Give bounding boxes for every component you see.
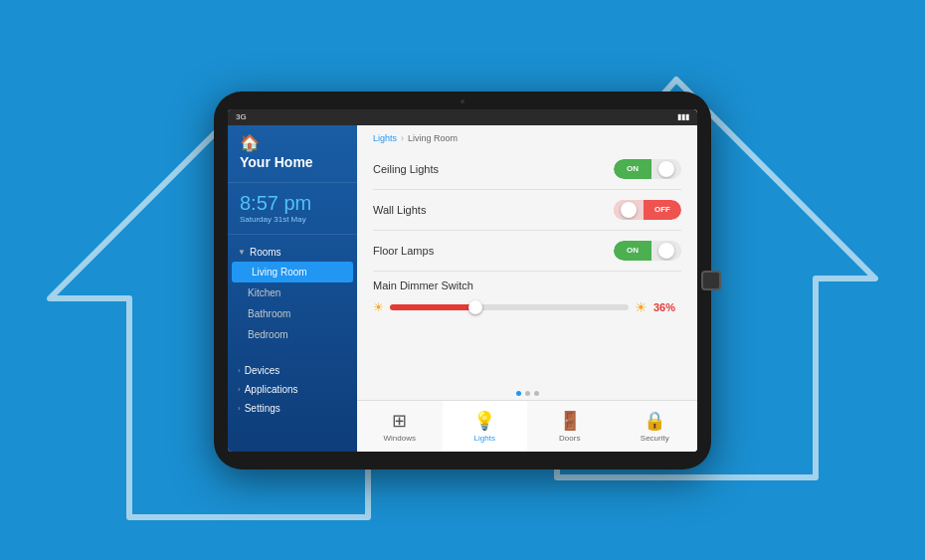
doors-label: Doors: [559, 434, 580, 443]
sun-icon-large: ☀: [635, 299, 648, 315]
tablet-home-button[interactable]: [701, 271, 721, 290]
dimmer-slider[interactable]: [390, 304, 629, 310]
controls-list: Ceiling Lights ON Wall Lights: [357, 149, 697, 387]
ceiling-lights-toggle[interactable]: ON: [614, 159, 681, 179]
wall-lights-knob: [621, 202, 637, 218]
time-text: 8:57 pm: [240, 193, 345, 213]
devices-header[interactable]: › Devices: [228, 361, 357, 380]
ceiling-lights-label: Ceiling Lights: [373, 163, 439, 175]
wall-lights-handle: [614, 200, 644, 220]
rooms-header[interactable]: ▼ Rooms: [228, 243, 357, 262]
ceiling-lights-handle: [651, 159, 681, 179]
doors-icon: 🚪: [559, 410, 581, 432]
nav-security[interactable]: 🔒 Security: [613, 401, 698, 452]
settings-label: Settings: [245, 403, 280, 414]
applications-chevron: ›: [238, 385, 241, 394]
devices-chevron: ›: [238, 366, 241, 375]
floor-lamps-toggle[interactable]: ON: [614, 241, 681, 261]
wall-lights-row: Wall Lights OFF: [373, 190, 681, 231]
bottom-nav: ⊞ Windows 💡 Lights 🚪 Doors 🔒 Security: [357, 400, 697, 452]
floor-lamps-handle: [651, 241, 681, 261]
nav-lights[interactable]: 💡 Lights: [443, 401, 528, 452]
devices-label: Devices: [245, 365, 280, 376]
tablet: 3G ▮▮▮ 🏠 Your Home 8:57 pm Saturday 31st…: [214, 92, 711, 469]
dimmer-thumb[interactable]: [468, 300, 482, 314]
floor-lamps-knob: [658, 243, 674, 259]
floor-lamps-on-label: ON: [614, 241, 651, 261]
rooms-chevron: ▼: [238, 248, 246, 257]
tablet-screen: 3G ▮▮▮ 🏠 Your Home 8:57 pm Saturday 31st…: [228, 109, 697, 452]
status-bar: 3G ▮▮▮: [228, 109, 697, 125]
signal-indicator: 3G: [236, 112, 247, 121]
page-dot-2[interactable]: [525, 391, 530, 396]
devices-section: › Devices › Applications › Settings: [228, 353, 357, 426]
dimmer-value: 36%: [653, 301, 681, 313]
wall-lights-off-label: OFF: [644, 200, 681, 220]
wall-lights-label: Wall Lights: [373, 204, 426, 216]
settings-chevron: ›: [238, 404, 241, 413]
floor-lamps-label: Floor Lamps: [373, 245, 434, 257]
sidebar-item-kitchen[interactable]: Kitchen: [228, 282, 357, 303]
dimmer-controls: ☀ ☀ 36%: [373, 299, 681, 315]
dimmer-row: Main Dimmer Switch ☀ ☀ 36%: [373, 272, 681, 323]
main-content: Lights › Living Room Ceiling Lights ON: [357, 109, 697, 452]
dimmer-label: Main Dimmer Switch: [373, 280, 681, 291]
settings-header[interactable]: › Settings: [228, 399, 357, 418]
breadcrumb-living-room: Living Room: [408, 133, 458, 143]
applications-header[interactable]: › Applications: [228, 380, 357, 399]
ceiling-lights-knob: [658, 161, 674, 177]
lights-icon: 💡: [473, 410, 495, 432]
time-display: 8:57 pm Saturday 31st May: [228, 183, 357, 235]
rooms-label: Rooms: [250, 247, 281, 258]
breadcrumb-separator: ›: [401, 133, 404, 143]
applications-label: Applications: [245, 384, 298, 395]
sidebar-header: 🏠 Your Home: [228, 125, 357, 183]
windows-label: Windows: [384, 434, 416, 443]
lights-label: Lights: [474, 434, 495, 443]
nav-windows[interactable]: ⊞ Windows: [357, 401, 443, 452]
ceiling-lights-row: Ceiling Lights ON: [373, 149, 681, 190]
page-dot-1[interactable]: [516, 391, 521, 396]
security-label: Security: [641, 434, 669, 443]
sidebar-title: Your Home: [240, 154, 345, 170]
sun-icon-small: ☀: [373, 300, 384, 314]
sidebar-item-bedroom[interactable]: Bedroom: [228, 324, 357, 345]
windows-icon: ⊞: [392, 410, 407, 432]
rooms-section: ▼ Rooms Living Room Kitchen Bathroom Bed…: [228, 235, 357, 353]
tablet-camera: [461, 99, 464, 103]
ceiling-lights-on-label: ON: [614, 159, 651, 179]
floor-lamps-row: Floor Lamps ON: [373, 231, 681, 272]
sidebar-item-living-room[interactable]: Living Room: [232, 262, 353, 282]
sidebar: 🏠 Your Home 8:57 pm Saturday 31st May ▼ …: [228, 109, 357, 452]
home-icon: 🏠: [240, 133, 345, 152]
sidebar-item-bathroom[interactable]: Bathroom: [228, 303, 357, 324]
nav-doors[interactable]: 🚪 Doors: [527, 401, 613, 452]
battery-indicator: ▮▮▮: [677, 112, 689, 121]
page-dots: [357, 387, 697, 400]
wall-lights-toggle[interactable]: OFF: [614, 200, 681, 220]
breadcrumb-lights[interactable]: Lights: [373, 133, 397, 143]
breadcrumb: Lights › Living Room: [357, 125, 697, 149]
security-icon: 🔒: [644, 410, 665, 432]
date-text: Saturday 31st May: [240, 215, 345, 224]
page-dot-3[interactable]: [534, 391, 539, 396]
